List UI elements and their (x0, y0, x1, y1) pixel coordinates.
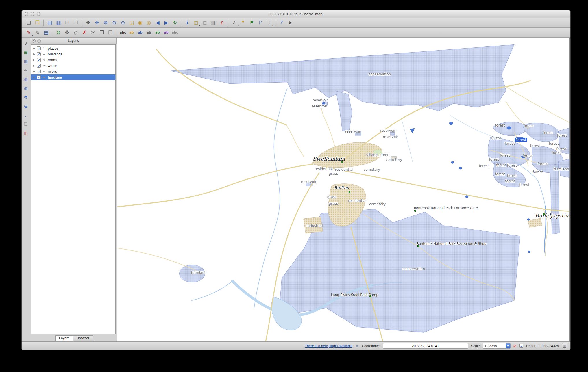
layer-item-rivers[interactable]: ▶✓∿rivers (31, 68, 115, 74)
layer-visibility-checkbox[interactable]: ✓ (37, 52, 41, 56)
save-layer-edits-icon[interactable]: ▤ (42, 29, 50, 37)
layer-item-water[interactable]: ▶✓▰water (31, 63, 115, 68)
pan-to-selection-icon: ✜ (95, 20, 99, 25)
layer-visibility-checkbox[interactable]: ✓ (37, 64, 41, 68)
layer-visibility-checkbox[interactable]: ✓ (37, 58, 41, 62)
zoom-button[interactable] (37, 12, 40, 16)
layer-visibility-checkbox[interactable]: ✓ (37, 46, 41, 50)
panel-detach-button[interactable]: ◦ (37, 39, 41, 43)
zoom-in-icon[interactable]: ⊕ (101, 19, 110, 27)
map-canvas[interactable]: conservationreservoirreservoirreservoirr… (117, 38, 570, 341)
scale-combobox[interactable]: 1:23396 ▼ (483, 343, 511, 349)
measure-line-icon[interactable]: ∠▾ (230, 19, 238, 27)
identify-features-icon[interactable]: ℹ (183, 19, 191, 27)
node-tool-icon[interactable]: ◇ (72, 29, 80, 37)
new-print-composer-icon[interactable]: ❒ (63, 19, 71, 27)
move-label-icon[interactable]: ab (145, 29, 153, 37)
add-spatialite-layer-icon: ✑ (24, 68, 27, 72)
add-wms-layer-icon: ◍ (24, 86, 27, 90)
field-calculator-icon[interactable]: ε (218, 19, 226, 27)
save-project-icon[interactable]: ▤ (46, 19, 54, 27)
plugin-icon[interactable]: ❖ (355, 344, 359, 348)
new-shapefile-layer-icon[interactable]: ❏ (22, 120, 29, 127)
help-icon[interactable]: ? (278, 19, 286, 27)
add-vector-layer-icon[interactable]: V (22, 40, 29, 47)
new-bookmark-icon[interactable]: ⚑ (248, 19, 256, 27)
add-raster-layer-icon[interactable]: ▦ (22, 49, 29, 56)
zoom-to-selection-icon[interactable]: ◉ (136, 19, 144, 27)
expander-icon[interactable]: ▶ (33, 76, 36, 79)
add-delimited-text-layer-icon[interactable]: , (22, 111, 29, 118)
open-attribute-table-icon[interactable]: ▦ (209, 19, 217, 27)
zoom-actual-size-icon[interactable]: ⊙ (119, 19, 127, 27)
map-refresh-icon[interactable]: ↻ (171, 19, 179, 27)
layer-visibility-checkbox[interactable]: ✓ (37, 70, 41, 73)
expander-icon[interactable]: ▶ (33, 47, 36, 50)
minimize-button[interactable] (31, 12, 34, 16)
change-label-icon: ab (164, 31, 168, 34)
add-mssql-layer-icon[interactable]: ◍ (22, 76, 29, 83)
cut-features-icon[interactable]: ✂ (89, 29, 97, 37)
change-label-icon[interactable]: ab (162, 29, 170, 37)
map-tips-icon[interactable]: ❞ (239, 19, 247, 27)
layer-item-buildings[interactable]: ▶✓▰buildings (31, 51, 115, 57)
layer-item-places[interactable]: ▶✓∵places (31, 45, 115, 51)
labeling-options-icon[interactable]: abc (119, 29, 127, 37)
save-project-as-icon[interactable]: ▥ (54, 19, 62, 27)
zoom-next-icon[interactable]: ▶ (162, 19, 170, 27)
deselect-features-icon[interactable]: ◻ (201, 19, 209, 27)
move-feature-icon[interactable]: ✜ (63, 29, 71, 37)
panel-close-button[interactable]: × (32, 39, 36, 43)
add-feature-icon: ⊚ (56, 30, 60, 35)
panel-tab-browser[interactable]: Browser (73, 335, 93, 341)
expander-icon[interactable]: ▶ (33, 53, 36, 55)
open-project-icon[interactable]: ❐ (33, 19, 41, 27)
zoom-out-icon[interactable]: ⊖ (110, 19, 118, 27)
pin-unpin-labels-icon[interactable]: ab (127, 29, 136, 37)
panel-tab-layers[interactable]: Layers (55, 335, 73, 341)
expander-icon[interactable]: ▶ (33, 64, 36, 67)
stop-rendering-icon[interactable]: ⊘ (513, 344, 517, 348)
label-properties-icon[interactable]: abc (171, 29, 179, 37)
new-project-icon[interactable]: ❏ (25, 19, 33, 27)
select-features-icon[interactable]: ◻▾ (192, 19, 200, 27)
render-checkbox[interactable]: ✓ (519, 344, 523, 348)
show-hide-labels-icon[interactable]: ab (136, 29, 144, 37)
add-feature-icon[interactable]: ⊚ (54, 29, 62, 37)
move-feature-icon: ✜ (65, 30, 69, 35)
text-annotation-icon[interactable]: T▾ (265, 19, 273, 27)
pan-to-selection-icon[interactable]: ✜ (93, 19, 101, 27)
expander-icon[interactable]: ▶ (33, 70, 36, 73)
titlebar[interactable]: QGIS 2.0.1-Dufour - basic_map (22, 10, 570, 18)
remove-layer-icon[interactable]: ◫ (22, 129, 29, 136)
add-wfs-layer-icon[interactable]: ◒ (22, 103, 29, 109)
composer-manager-icon[interactable]: ❒ (72, 19, 80, 27)
add-postgis-layer-icon[interactable]: ▥ (22, 58, 29, 65)
zoom-last-icon[interactable]: ◀ (154, 19, 162, 27)
add-spatialite-layer-icon[interactable]: ✑ (22, 67, 29, 74)
pan-map-icon[interactable]: ✥ (84, 19, 92, 27)
whats-this-icon[interactable]: ➤ (286, 19, 294, 27)
zoom-full-icon[interactable]: ◱ (127, 19, 136, 27)
paste-features-icon[interactable]: ❑ (106, 29, 114, 37)
panel-tabs: LayersBrowser (55, 335, 93, 341)
crs-status-icon[interactable]: ◫ (562, 343, 567, 349)
zoom-to-layer-icon[interactable]: ◎ (145, 19, 153, 27)
copy-features-icon[interactable]: ❐ (98, 29, 106, 37)
delete-selected-icon[interactable]: ✗ (80, 29, 88, 37)
new-plugin-link[interactable]: There is a new plugin available (305, 344, 352, 348)
add-wcs-layer-icon[interactable]: ◓ (22, 94, 29, 101)
coordinate-input[interactable] (383, 343, 468, 349)
layer-visibility-checkbox[interactable]: ✓ (37, 75, 41, 79)
close-button[interactable] (25, 12, 28, 16)
rotate-label-icon[interactable]: ab (154, 29, 162, 37)
show-bookmarks-icon[interactable]: ⚐ (256, 19, 265, 27)
layers-panel-header[interactable]: × ◦ Layers (30, 38, 117, 44)
add-postgis-layer-icon: ▥ (24, 59, 27, 63)
current-edits-icon[interactable]: ✎▾ (25, 29, 33, 37)
layer-item-roads[interactable]: ▶✓∿roads (31, 57, 115, 63)
toggle-editing-icon[interactable]: ✎ (33, 29, 41, 37)
add-wms-layer-icon[interactable]: ◍ (22, 85, 29, 92)
expander-icon[interactable]: ▶ (33, 59, 36, 61)
layer-item-landuse[interactable]: ▶✓▰landuse (31, 74, 115, 80)
